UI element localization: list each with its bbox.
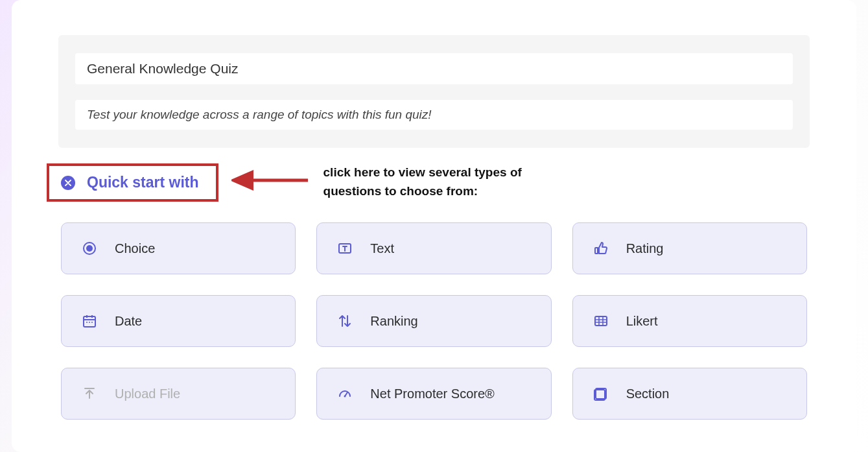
question-type-label: Choice bbox=[115, 241, 155, 256]
svg-point-8 bbox=[89, 322, 90, 323]
quickstart-label: Quick start with bbox=[87, 174, 199, 191]
annotation-text: click here to view several types of ques… bbox=[323, 163, 544, 200]
question-type-section[interactable]: Section bbox=[572, 368, 807, 420]
svg-point-4 bbox=[86, 245, 93, 252]
section-icon bbox=[592, 385, 609, 402]
grid-icon bbox=[592, 313, 609, 329]
question-type-label: Upload File bbox=[115, 387, 180, 401]
thumbs-up-icon bbox=[592, 240, 609, 257]
question-type-rating[interactable]: Rating bbox=[572, 222, 807, 274]
calendar-icon bbox=[81, 313, 98, 329]
question-type-likert[interactable]: Likert bbox=[572, 295, 807, 347]
question-type-label: Ranking bbox=[370, 314, 417, 329]
question-type-grid: ChoiceTextRatingDateRankingLikertUpload … bbox=[58, 222, 810, 420]
upload-icon bbox=[81, 385, 98, 402]
question-type-label: Date bbox=[115, 314, 142, 329]
radio-icon bbox=[81, 240, 98, 257]
arrows-up-down-icon bbox=[336, 313, 353, 329]
close-icon bbox=[61, 176, 75, 190]
question-type-net-promoter-score-[interactable]: Net Promoter Score® bbox=[316, 368, 551, 420]
question-type-label: Rating bbox=[626, 241, 664, 256]
question-type-ranking[interactable]: Ranking bbox=[316, 295, 551, 347]
question-type-label: Net Promoter Score® bbox=[370, 387, 494, 401]
svg-point-9 bbox=[91, 322, 93, 323]
question-type-upload-file[interactable]: Upload File bbox=[61, 368, 296, 420]
question-type-label: Text bbox=[370, 241, 394, 256]
svg-point-11 bbox=[344, 396, 346, 398]
form-title-input[interactable] bbox=[75, 53, 793, 84]
svg-point-7 bbox=[86, 322, 88, 323]
quickstart-button[interactable]: Quick start with bbox=[47, 163, 218, 202]
quickstart-row: Quick start with click here to view seve… bbox=[58, 163, 810, 202]
annotation-arrow-icon bbox=[231, 169, 309, 195]
question-type-text[interactable]: Text bbox=[316, 222, 551, 274]
form-header-block bbox=[58, 35, 810, 148]
text-icon bbox=[336, 240, 353, 257]
question-type-label: Likert bbox=[626, 314, 658, 329]
form-builder-canvas: Quick start with click here to view seve… bbox=[12, 0, 856, 452]
gauge-icon bbox=[336, 385, 353, 402]
question-type-choice[interactable]: Choice bbox=[61, 222, 296, 274]
svg-rect-10 bbox=[595, 316, 607, 326]
question-type-date[interactable]: Date bbox=[61, 295, 296, 347]
form-description-input[interactable] bbox=[75, 100, 793, 130]
question-type-label: Section bbox=[626, 387, 670, 401]
